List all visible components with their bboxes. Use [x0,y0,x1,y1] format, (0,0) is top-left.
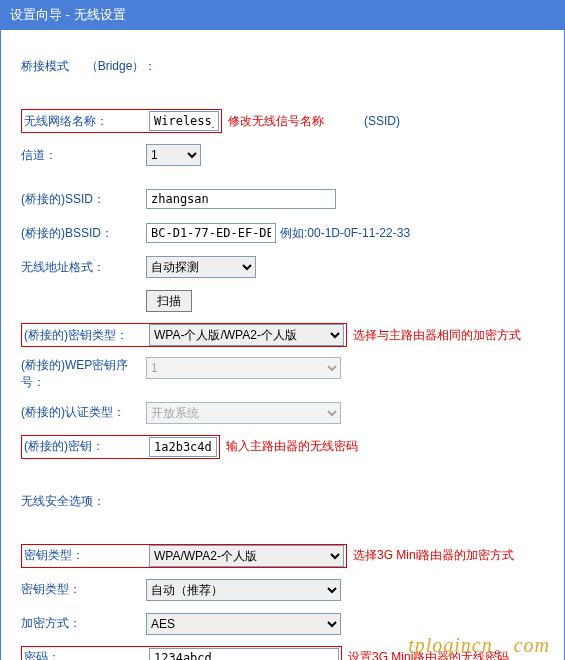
bridged-bssid-input[interactable] [146,223,276,243]
password-label: 密码： [24,649,149,660]
ssid-label: 无线网络名称： [24,113,149,130]
bridge-mode-row: 桥接模式 （Bridge）： [21,58,544,75]
password-input[interactable] [149,648,339,660]
enc-method-select[interactable]: AES [146,613,341,635]
content-panel: 桥接模式 （Bridge）： 无线网络名称： 修改无线信号名称 (SSID) 信… [0,30,565,660]
bridged-key-label: (桥接的)密钥： [24,438,149,455]
auth-type-select: 开放系统 [146,402,341,424]
bridged-keytype-label: (桥接的)密钥类型： [24,327,149,344]
keytype2-select[interactable]: 自动（推荐） [146,579,341,601]
bridge-mode-value: （Bridge）： [86,59,157,73]
bridged-key-row: (桥接的)密钥： 输入主路由器的无线密码 [21,435,544,459]
security-option-label: 无线安全选项： [21,493,544,510]
enc-method-label: 加密方式： [21,615,146,632]
bridged-ssid-row: (桥接的)SSID： [21,187,544,211]
bridged-key-input[interactable] [149,437,217,457]
addr-format-row: 无线地址格式： 自动探测 [21,255,544,279]
keytype2-row: 密钥类型： 自动（推荐） [21,578,544,602]
scan-button[interactable]: 扫描 [146,290,192,312]
bridged-ssid-label: (桥接的)SSID： [21,191,146,208]
ssid-note: 修改无线信号名称 [228,113,324,130]
wep-index-row: (桥接的)WEP密钥序号： 1 [21,357,544,391]
bridged-keytype-select[interactable]: WPA-个人版/WPA2-个人版 [149,324,344,346]
channel-select[interactable]: 1 [146,144,201,166]
bridged-key-note: 输入主路由器的无线密码 [226,438,358,455]
bridge-mode-label: 桥接模式 [21,59,69,73]
addr-format-select[interactable]: 自动探测 [146,256,256,278]
channel-row: 信道： 1 [21,143,544,167]
keytype-row: 密钥类型： WPA/WPA2-个人版 选择3G Mini路由器的加密方式 [21,544,544,568]
bridged-bssid-label: (桥接的)BSSID： [21,225,146,242]
header-title: 设置向导 - 无线设置 [10,7,126,22]
ssid-suffix: (SSID) [364,114,400,128]
wep-index-label: (桥接的)WEP密钥序号： [21,357,146,391]
ssid-input[interactable] [149,111,219,131]
channel-label: 信道： [21,147,146,164]
watermark: tplogincn。com [408,632,550,659]
auth-type-row: (桥接的)认证类型： 开放系统 [21,401,544,425]
page-header: 设置向导 - 无线设置 [0,0,565,30]
bridged-bssid-example: 例如:00-1D-0F-11-22-33 [280,225,410,242]
keytype-note: 选择3G Mini路由器的加密方式 [353,547,514,564]
bridged-ssid-input[interactable] [146,189,336,209]
keytype-label: 密钥类型： [24,547,149,564]
bridged-bssid-row: (桥接的)BSSID： 例如:00-1D-0F-11-22-33 [21,221,544,245]
addr-format-label: 无线地址格式： [21,259,146,276]
wep-index-select: 1 [146,357,341,379]
bridged-keytype-note: 选择与主路由器相同的加密方式 [353,327,521,344]
keytype2-label: 密钥类型： [21,581,146,598]
bridged-keytype-row: (桥接的)密钥类型： WPA-个人版/WPA2-个人版 选择与主路由器相同的加密… [21,323,544,347]
scan-row: 扫描 [21,289,544,313]
ssid-row: 无线网络名称： 修改无线信号名称 (SSID) [21,109,544,133]
keytype-select[interactable]: WPA/WPA2-个人版 [149,545,344,567]
auth-type-label: (桥接的)认证类型： [21,404,146,421]
